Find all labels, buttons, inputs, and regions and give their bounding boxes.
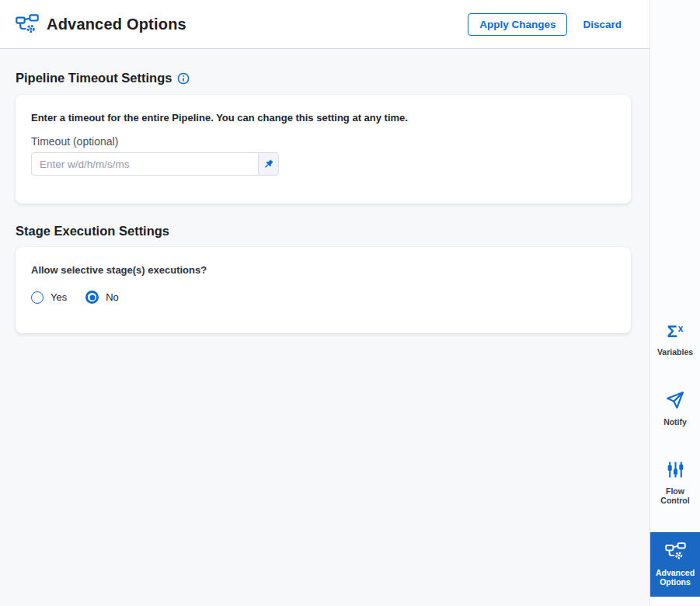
right-nav: Σx Variables Notify (650, 0, 700, 606)
selective-stage-radio-group: Yes No (31, 291, 615, 304)
tab-advanced-options-label: Advanced Options (652, 568, 698, 587)
advanced-options-panel: Advanced Options Apply Changes Discard P… (0, 0, 700, 606)
timeout-input[interactable] (31, 152, 259, 176)
sigma-x-icon: Σx (667, 323, 684, 340)
selective-stage-question: Allow selective stage(s) executions? (31, 264, 615, 276)
page-title: Advanced Options (47, 16, 186, 33)
header-actions: Apply Changes Discard (468, 13, 622, 36)
section-heading-stage-execution: Stage Execution Settings (16, 224, 631, 239)
tab-notify[interactable]: Notify (650, 382, 700, 435)
panel-content: Pipeline Timeout Settings Enter a timeou… (0, 49, 650, 333)
main-panel: Advanced Options Apply Changes Discard P… (0, 0, 650, 606)
stage-execution-heading-text: Stage Execution Settings (16, 224, 169, 239)
tab-flow-control-label: Flow Control (652, 486, 698, 506)
timeout-description: Enter a timeout for the entire Pipeline.… (31, 112, 615, 124)
radio-button-no[interactable] (85, 291, 99, 304)
radio-option-yes[interactable]: Yes (31, 291, 67, 304)
panel-header: Advanced Options Apply Changes Discard (0, 0, 650, 49)
timeout-input-row (31, 152, 615, 176)
discard-button[interactable]: Discard (583, 19, 622, 30)
radio-button-yes[interactable] (31, 291, 44, 304)
tab-notify-label: Notify (663, 417, 687, 427)
radio-option-no[interactable]: No (85, 291, 119, 304)
tab-flow-control[interactable]: Flow Control (650, 452, 700, 514)
tab-advanced-options[interactable]: Advanced Options (650, 532, 700, 597)
timeout-label: Timeout (optional) (31, 135, 615, 148)
paper-plane-icon (665, 390, 685, 410)
radio-label-no: No (106, 291, 119, 303)
tab-variables-label: Variables (657, 347, 693, 357)
pipeline-timeout-heading-text: Pipeline Timeout Settings (16, 71, 172, 85)
stage-execution-card: Allow selective stage(s) executions? Yes… (16, 247, 631, 333)
radio-label-yes: Yes (50, 291, 67, 303)
info-icon[interactable] (177, 72, 190, 85)
right-nav-tabs: Σx Variables Notify (650, 315, 700, 606)
tab-variables[interactable]: Σx Variables (650, 315, 700, 365)
sliders-icon (666, 460, 685, 479)
runtime-input-pin-button[interactable] (258, 152, 279, 176)
header-title-group: Advanced Options (16, 14, 186, 35)
section-heading-pipeline-timeout: Pipeline Timeout Settings (16, 71, 631, 85)
pipeline-timeout-card: Enter a timeout for the entire Pipeline.… (16, 95, 631, 204)
pipeline-gear-icon (16, 14, 39, 35)
pin-icon (263, 158, 274, 170)
pipeline-gear-icon (665, 542, 686, 561)
apply-changes-button[interactable]: Apply Changes (468, 13, 567, 36)
